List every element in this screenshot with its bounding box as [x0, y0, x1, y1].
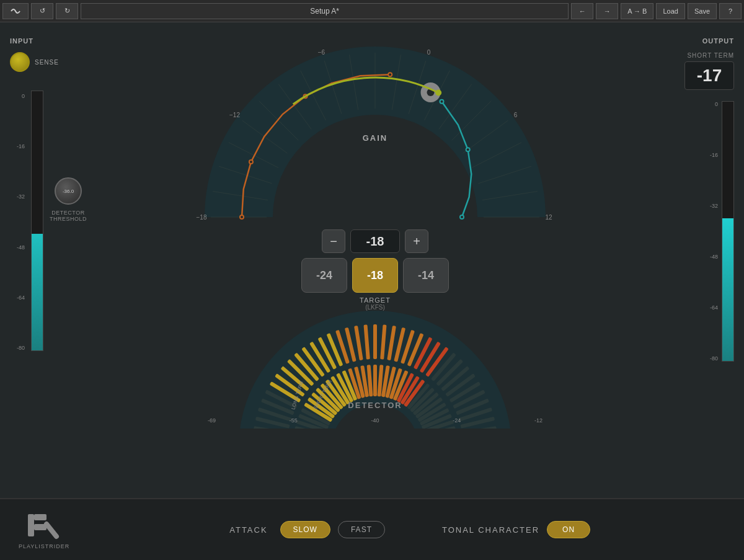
- gain-value-display: -18: [350, 229, 400, 253]
- center-section: GAIN − -18 + -24 -18 -14 TARGET (LKF: [103, 32, 647, 488]
- main-area: INPUT SENSE 0 -16 -32 -48 -64 -80: [0, 22, 744, 560]
- gain-arc-container: GAIN: [195, 37, 555, 236]
- output-meter-bar: [722, 101, 734, 362]
- output-meter-scale: 0 -16 -32 -48 -64 -80: [710, 101, 718, 362]
- output-label: OUTPUT: [702, 37, 734, 45]
- detector-scale: -69 -55 -40 -24 -12: [189, 417, 561, 424]
- attack-fast-button[interactable]: FAST: [338, 521, 385, 538]
- back-button[interactable]: ←: [571, 3, 593, 19]
- brand-name: PLAYLISTRIDER: [19, 543, 69, 549]
- output-meter-fill: [722, 218, 733, 361]
- target-buttons: -24 -18 -14: [301, 258, 449, 293]
- right-section: OUTPUT SHORT TERM -17 0 -16 -32 -48 -64 …: [647, 32, 734, 488]
- target-btn-minus18[interactable]: -18: [352, 258, 398, 293]
- short-term-section: SHORT TERM -17: [684, 52, 734, 90]
- save-button[interactable]: Save: [688, 3, 717, 19]
- output-meter-container: 0 -16 -32 -48 -64 -80: [710, 101, 734, 362]
- attack-slow-button[interactable]: SLOW: [280, 521, 330, 538]
- plugin-body: INPUT SENSE 0 -16 -32 -48 -64 -80: [0, 22, 744, 498]
- toolbar: ↺ ↻ Setup A* ← → A → B Load Save ?: [0, 0, 744, 22]
- redo-button[interactable]: ↻: [56, 3, 78, 19]
- sense-label: SENSE: [35, 59, 59, 66]
- target-btn-minus24[interactable]: -24: [301, 258, 347, 293]
- target-btn-minus14[interactable]: -14: [403, 258, 449, 293]
- input-meter-container: 0 -16 -32 -48 -64 -80 -36.0: [10, 91, 87, 351]
- threshold-wrap: -36.0 DETECTORTHRESHOLD: [50, 177, 87, 222]
- input-meter-bar: [31, 91, 43, 351]
- tonal-character-button[interactable]: ON: [547, 521, 590, 538]
- brand-logo: PLAYLISTRIDER: [19, 510, 69, 549]
- plugin-area: INPUT SENSE 0 -16 -32 -48 -64 -80: [0, 22, 744, 560]
- forward-button[interactable]: →: [596, 3, 618, 19]
- undo-button[interactable]: ↺: [31, 3, 53, 19]
- bottom-controls: ATTACK SLOW FAST TONAL CHARACTER ON: [94, 521, 725, 538]
- gain-plus-button[interactable]: +: [405, 229, 428, 253]
- help-button[interactable]: ?: [719, 3, 742, 19]
- short-term-label: SHORT TERM: [687, 52, 734, 59]
- sense-knob[interactable]: [10, 52, 30, 72]
- gain-label: GAIN: [363, 133, 388, 143]
- sense-row: SENSE: [10, 52, 59, 72]
- ab-button[interactable]: A → B: [621, 3, 653, 19]
- tonal-section: TONAL CHARACTER ON: [442, 521, 590, 538]
- threshold-value: -36.0: [63, 189, 74, 194]
- setup-name: Setup A*: [81, 3, 569, 19]
- attack-label: ATTACK: [229, 525, 267, 535]
- threshold-label: DETECTORTHRESHOLD: [50, 210, 87, 222]
- load-button[interactable]: Load: [656, 3, 684, 19]
- short-term-value: -17: [684, 61, 734, 90]
- left-section: INPUT SENSE 0 -16 -32 -48 -64 -80: [10, 32, 103, 488]
- brand-icon: [25, 510, 63, 541]
- tonal-character-label: TONAL CHARACTER: [442, 525, 539, 535]
- svg-rect-0: [28, 514, 34, 536]
- input-meter-fill-teal: [32, 234, 43, 350]
- gain-minus-button[interactable]: −: [322, 229, 345, 253]
- svg-rect-1: [34, 514, 46, 520]
- detector-section: DETECTOR -69 -55 -40 -24 -12: [189, 292, 561, 429]
- bottom-bar: PLAYLISTRIDER ATTACK SLOW FAST TONAL CHA…: [0, 498, 744, 560]
- threshold-knob[interactable]: -36.0: [55, 177, 82, 205]
- input-label: INPUT: [10, 37, 33, 45]
- detector-label: DETECTOR: [348, 401, 402, 410]
- waves-logo-button[interactable]: [2, 3, 29, 19]
- input-meter-scale: 0 -16 -32 -48 -64 -80: [10, 91, 25, 351]
- gain-controls: − -18 +: [322, 229, 428, 253]
